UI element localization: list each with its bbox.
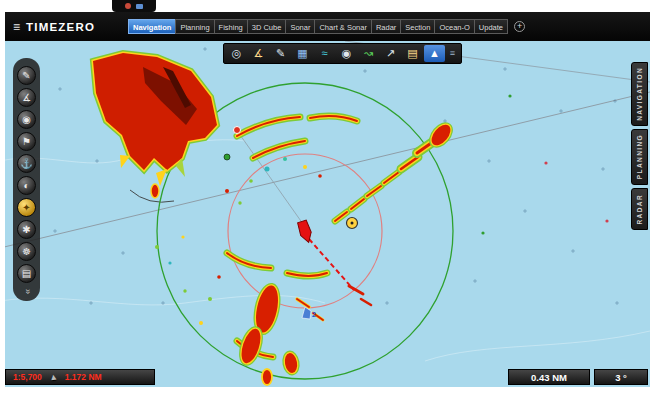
tracks-icon[interactable]: ↝ xyxy=(358,45,379,62)
heading-value: 3 ° xyxy=(615,372,627,383)
chart-canvas: 2 xyxy=(5,41,650,387)
chart-scale: 1:5,700 xyxy=(13,372,42,382)
side-tab-radar-label: RADAR xyxy=(636,194,643,224)
mini-blue-icon xyxy=(136,4,143,9)
radar-echo-overlay xyxy=(93,53,454,385)
tab-section[interactable]: Section xyxy=(400,19,435,34)
target-marker-dot xyxy=(351,222,354,225)
flag-mark-tool-button[interactable]: ⚑ xyxy=(17,132,36,151)
side-tab-navigation[interactable]: NAVIGATION xyxy=(631,62,648,126)
side-tab-radar[interactable]: RADAR xyxy=(631,188,648,230)
tab-chart-and-sonar[interactable]: Chart & Sonar xyxy=(314,19,372,34)
heading-line xyxy=(309,239,354,290)
heading-readout[interactable]: 3 ° xyxy=(594,369,648,385)
charts-icon[interactable]: ▦ xyxy=(292,45,313,62)
menu-icon[interactable]: ≡ xyxy=(13,20,20,34)
tab-ocean-o[interactable]: Ocean-O xyxy=(434,19,474,34)
collapse-toolbar-button[interactable]: » xyxy=(21,284,32,300)
dividers-icon[interactable]: ∡ xyxy=(248,45,269,62)
red-buoy-marker xyxy=(234,127,241,134)
side-tab-planning-label: PLANNING xyxy=(636,134,643,179)
ownship-group[interactable] xyxy=(297,220,354,290)
center-vessel-icon[interactable]: ◎ xyxy=(226,45,247,62)
chart-toolbar: ◎ ∡ ✎ ▦ ≈ ◉ ↝ ↗ ▤ ▲ ≡ xyxy=(223,43,462,64)
range-rings-icon[interactable]: ◉ xyxy=(336,45,357,62)
tab-fishing[interactable]: Fishing xyxy=(214,19,248,34)
steering-tool-button[interactable]: ☸ xyxy=(17,242,36,261)
mini-red-icon xyxy=(125,3,131,9)
scale-statusbar: 1:5,700 ▲ 1.172 NM xyxy=(5,369,155,385)
screenshot-tool-button[interactable]: ◉ xyxy=(17,110,36,129)
marks-tool-button[interactable]: ✱ xyxy=(17,220,36,239)
green-buoy-marker xyxy=(224,154,230,160)
shell-tool-button-active[interactable]: ✦ xyxy=(17,198,36,217)
side-tab-navigation-label: NAVIGATION xyxy=(636,67,643,121)
add-workspace-button[interactable]: + xyxy=(514,21,525,32)
annotations-icon[interactable]: ✎ xyxy=(270,45,291,62)
scale-distance: 1.172 NM xyxy=(65,372,102,382)
ais-target xyxy=(302,307,311,319)
tab-update[interactable]: Update xyxy=(474,19,508,34)
depth-contours xyxy=(5,140,650,361)
workspace-tabs: Navigation Planning Fishing 3D Cube Sona… xyxy=(129,19,525,34)
collapsed-toolbar-tab[interactable] xyxy=(112,0,156,12)
tab-radar[interactable]: Radar xyxy=(371,19,401,34)
radar-range-readout[interactable]: 0.43 NM xyxy=(508,369,590,385)
app-logo: TIMEZERO xyxy=(26,21,95,33)
layers-tool-button[interactable]: ▤ xyxy=(17,264,36,283)
left-toolbar: ✎ ∡ ◉ ⚑ ⚓ ◐ ✦ ✱ ☸ ▤ » xyxy=(13,58,40,301)
tab-3d-cube[interactable]: 3D Cube xyxy=(247,19,287,34)
currents-icon[interactable]: ≈ xyxy=(314,45,335,62)
anchor-watch-tool-button[interactable]: ⚓ xyxy=(17,154,36,173)
timezero-window: ≡ TIMEZERO Navigation Planning Fishing 3… xyxy=(5,12,650,387)
routes-icon[interactable]: ↗ xyxy=(380,45,401,62)
dividers-tool-button[interactable]: ∡ xyxy=(17,88,36,107)
day-night-tool-button[interactable]: ◐ xyxy=(17,176,36,195)
annotate-tool-button[interactable]: ✎ xyxy=(17,66,36,85)
more-tools-icon[interactable]: ≡ xyxy=(446,45,459,62)
ais-target-label: 2 xyxy=(312,311,316,318)
titlebar: ≡ TIMEZERO Navigation Planning Fishing 3… xyxy=(5,12,650,41)
tab-planning[interactable]: Planning xyxy=(175,19,214,34)
side-tab-planning[interactable]: PLANNING xyxy=(631,129,648,185)
lists-icon[interactable]: ▤ xyxy=(402,45,423,62)
desktop: ≡ TIMEZERO Navigation Planning Fishing 3… xyxy=(0,0,650,401)
north-arrow-icon: ▲ xyxy=(48,371,58,382)
chart-area[interactable]: 2 ◎ ∡ ✎ ▦ ≈ ◉ ↝ ↗ ▤ xyxy=(5,41,650,387)
tab-sonar[interactable]: Sonar xyxy=(285,19,315,34)
radar-range-value: 0.43 NM xyxy=(531,372,567,383)
man-overboard-icon[interactable]: ▲ xyxy=(424,45,445,62)
tab-navigation[interactable]: Navigation xyxy=(128,19,176,34)
